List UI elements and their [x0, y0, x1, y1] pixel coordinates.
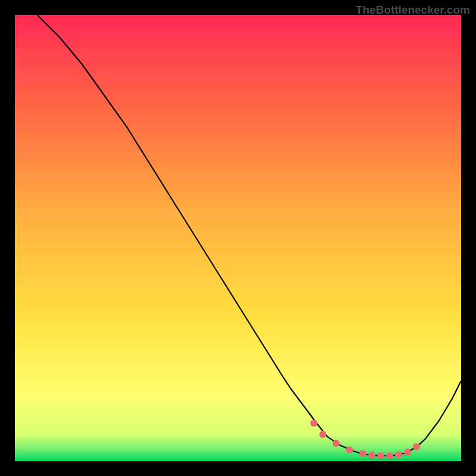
highlight-dot [413, 443, 420, 450]
highlight-dot [395, 452, 402, 459]
highlight-dot [333, 440, 340, 447]
watermark-text: TheBottlenecker.com [356, 4, 470, 17]
highlight-dot [320, 431, 327, 438]
highlight-dot [346, 446, 353, 453]
plot-area [15, 15, 461, 461]
highlight-dot [377, 452, 384, 459]
chart-container: TheBottlenecker.com [0, 0, 476, 476]
highlight-dot [404, 449, 411, 456]
highlight-dot [368, 452, 375, 459]
chart-svg [15, 15, 461, 461]
highlight-dot [359, 450, 367, 457]
highlight-dot [386, 452, 393, 459]
highlight-dot [311, 419, 318, 427]
gradient-background [15, 15, 461, 461]
